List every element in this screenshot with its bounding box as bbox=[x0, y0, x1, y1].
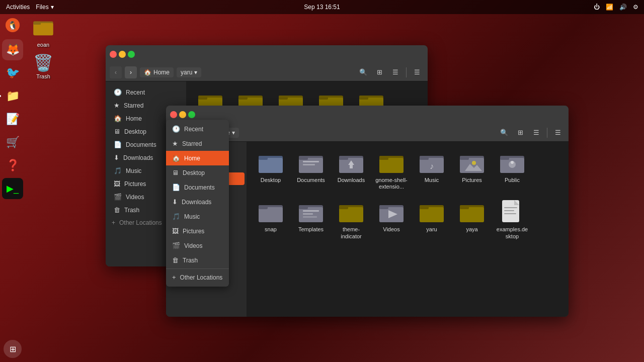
menu-item-downloads[interactable]: ⬇ Downloads bbox=[166, 195, 229, 209]
trash-sidebar-icon: 🗑 bbox=[114, 206, 120, 214]
eoan-folder-icon bbox=[33, 18, 53, 41]
menu-downloads-icon: ⬇ bbox=[172, 198, 178, 206]
file-item-w2-gnome-shell-extensio[interactable]: gnome-shell-extensio... bbox=[373, 148, 410, 193]
svg-rect-37 bbox=[379, 158, 404, 173]
window1-minimize-button[interactable] bbox=[119, 51, 126, 58]
dock-files[interactable]: 📁 bbox=[2, 85, 23, 107]
files-app-indicator[interactable]: Files ▾ bbox=[36, 4, 53, 11]
window1-back-button[interactable]: ‹ bbox=[110, 66, 122, 78]
menu-item-videos[interactable]: 🎬 Videos bbox=[166, 238, 229, 253]
w2-music-folder-label: Music bbox=[425, 177, 439, 184]
menu-item-trash[interactable]: 🗑 Trash bbox=[166, 253, 229, 267]
system-menu-icon[interactable]: ⚙ bbox=[631, 4, 640, 11]
file-item-w2-theme-indicator[interactable]: theme-indicator bbox=[333, 197, 369, 242]
window2-minimize-button[interactable] bbox=[179, 111, 186, 118]
window2-view-list-button[interactable]: ☰ bbox=[530, 126, 543, 139]
w2-public-folder-label: Public bbox=[505, 177, 520, 184]
file-item-w2-examples-desktop[interactable]: examples.desktop bbox=[494, 197, 530, 242]
menu-home-label: Home bbox=[184, 155, 200, 162]
window1-maximize-button[interactable] bbox=[128, 51, 135, 58]
network-icon[interactable]: 📶 bbox=[604, 4, 615, 11]
window1-toolbar-sep bbox=[406, 67, 407, 77]
menu-item-recent[interactable]: 🕐 Recent bbox=[166, 122, 229, 136]
window1-breadcrumb[interactable]: yaru ▾ bbox=[177, 67, 201, 77]
file-item-w2-desktop[interactable]: Desktop bbox=[253, 148, 289, 193]
file-item-w2-public[interactable]: Public bbox=[494, 148, 530, 193]
menu-trash-icon: 🗑 bbox=[172, 256, 179, 264]
w2-snap-folder-icon bbox=[259, 200, 283, 224]
svg-rect-74 bbox=[460, 205, 469, 209]
sidebar-popup-menu[interactable]: 🕐 Recent ★ Starred 🏠 Home 🖥 Desktop 📄 Do… bbox=[166, 120, 229, 287]
menu-item-music[interactable]: 🎵 Music bbox=[166, 209, 229, 224]
file-item-w2-snap[interactable]: snap bbox=[253, 197, 289, 242]
window1-sidebar-other-locations-label: Other Locations bbox=[119, 219, 162, 226]
window2-menu-button[interactable]: ☰ bbox=[551, 126, 565, 139]
menu-item-pictures[interactable]: 🖼 Pictures bbox=[166, 224, 229, 238]
menu-trash-label: Trash bbox=[183, 257, 198, 264]
menu-item-home[interactable]: 🏠 Home bbox=[166, 151, 229, 165]
power-icon[interactable]: ⏻ bbox=[592, 4, 601, 11]
window1-view-list-button[interactable]: ☰ bbox=[389, 66, 402, 79]
window1-sidebar-recent[interactable]: 🕐 Recent bbox=[108, 86, 184, 99]
file-item-w2-documents[interactable]: Documents bbox=[293, 148, 329, 193]
files-app-arrow: ▾ bbox=[51, 4, 54, 11]
desktop-icon-trash[interactable]: 🗑️ Trash bbox=[31, 51, 55, 81]
menu-item-documents[interactable]: 📄 Documents bbox=[166, 180, 229, 195]
file-item-w2-downloads[interactable]: Downloads bbox=[333, 148, 369, 193]
dock-terminal[interactable]: ▶_ bbox=[2, 178, 23, 199]
menu-videos-label: Videos bbox=[184, 242, 202, 249]
svg-rect-54 bbox=[259, 207, 283, 222]
svg-rect-78 bbox=[504, 210, 514, 211]
window1-view-grid-button[interactable]: ⊞ bbox=[373, 66, 386, 79]
svg-rect-71 bbox=[420, 205, 429, 209]
window2-maximize-button[interactable] bbox=[188, 111, 195, 118]
menu-item-desktop[interactable]: 🖥 Desktop bbox=[166, 165, 229, 180]
window1-forward-button[interactable]: › bbox=[125, 66, 137, 78]
file-item-w2-yaya[interactable]: yaya bbox=[454, 197, 490, 242]
menu-item-starred[interactable]: ★ Starred bbox=[166, 136, 229, 151]
window2-search-button[interactable]: 🔍 bbox=[498, 126, 511, 139]
w2-snap-folder-label: snap bbox=[265, 226, 277, 233]
dock-help[interactable]: ❓ bbox=[2, 155, 23, 176]
sound-icon[interactable]: 🔊 bbox=[618, 4, 628, 11]
dock-libreoffice[interactable]: 📝 bbox=[2, 109, 23, 130]
recent-icon: 🕐 bbox=[114, 88, 122, 96]
file-item-w2-templates[interactable]: Templates bbox=[293, 197, 329, 242]
desktop-icon-eoan[interactable]: eoan bbox=[31, 16, 55, 50]
window1-search-button[interactable]: 🔍 bbox=[357, 66, 370, 79]
w2-videos-folder-label: Videos bbox=[383, 226, 399, 233]
dock-firefox[interactable]: 🦊 bbox=[2, 39, 23, 60]
menu-music-icon: 🎵 bbox=[172, 213, 180, 220]
menu-downloads-label: Downloads bbox=[182, 199, 211, 206]
window2-close-button[interactable] bbox=[170, 111, 177, 118]
app-grid-button[interactable]: ⊞ bbox=[4, 340, 22, 358]
menu-item-other-locations[interactable]: + Other Locations bbox=[166, 270, 229, 285]
window1-location-text: Home bbox=[153, 69, 170, 76]
w2-pictures-folder-icon bbox=[460, 151, 484, 175]
svg-rect-70 bbox=[420, 207, 444, 222]
window1-sidebar-downloads-label: Downloads bbox=[123, 154, 153, 161]
file-item-w2-pictures[interactable]: Pictures bbox=[454, 148, 490, 193]
file-item-w2-music[interactable]: ♪ Music bbox=[414, 148, 450, 193]
menu-starred-label: Starred bbox=[182, 140, 202, 147]
topbar-left: Activities Files ▾ bbox=[4, 4, 54, 11]
file-item-w2-yaru[interactable]: yaru bbox=[414, 197, 450, 242]
w2-pictures-folder-label: Pictures bbox=[462, 177, 482, 184]
svg-rect-41 bbox=[420, 156, 429, 160]
window1-location-bar[interactable]: 🏠 Home bbox=[140, 67, 174, 77]
window2-view-grid-button[interactable]: ⊞ bbox=[514, 126, 527, 139]
w2-yaya-folder-label: yaya bbox=[466, 226, 477, 233]
window1-close-button[interactable] bbox=[110, 51, 117, 58]
svg-rect-58 bbox=[299, 205, 308, 209]
dock-mail[interactable]: 🐦 bbox=[2, 62, 23, 83]
file-item-w2-videos[interactable]: Videos bbox=[373, 197, 410, 242]
window1-sidebar-starred-label: Starred bbox=[124, 102, 143, 109]
dock-amazon[interactable]: 🛒 bbox=[2, 132, 23, 153]
svg-point-52 bbox=[511, 161, 514, 164]
svg-rect-26 bbox=[259, 156, 268, 160]
w2-desktop-label: Desktop bbox=[261, 177, 281, 184]
svg-rect-8 bbox=[238, 96, 248, 100]
window1-menu-button[interactable]: ☰ bbox=[411, 66, 424, 79]
activities-button[interactable]: Activities bbox=[4, 4, 32, 11]
ubuntu-logo[interactable]: 🐧 bbox=[6, 18, 20, 32]
